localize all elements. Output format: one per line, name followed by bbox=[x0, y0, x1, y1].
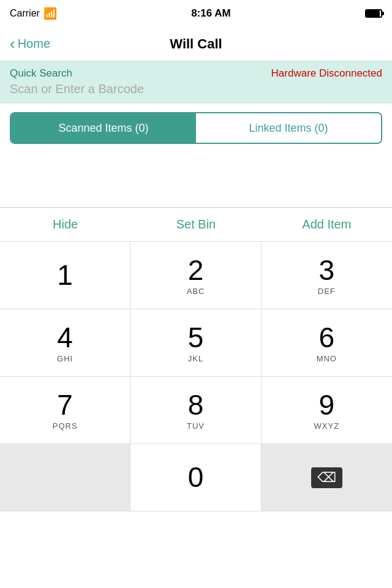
status-bar: Carrier 📶 8:16 AM bbox=[0, 0, 392, 27]
battery-icon bbox=[365, 9, 382, 18]
status-time: 8:16 AM bbox=[191, 7, 231, 20]
back-chevron-icon: ‹ bbox=[10, 36, 15, 51]
key-4[interactable]: 4 GHI bbox=[0, 309, 130, 377]
content-area bbox=[0, 153, 392, 208]
status-carrier: Carrier 📶 bbox=[10, 7, 57, 20]
key-5[interactable]: 5 JKL bbox=[130, 309, 261, 377]
wifi-icon: 📶 bbox=[43, 7, 57, 20]
key-0[interactable]: 0 bbox=[130, 444, 261, 511]
key-6[interactable]: 6 MNO bbox=[262, 309, 392, 377]
status-battery bbox=[365, 9, 382, 18]
tab-scanned-items[interactable]: Scanned Items (0) bbox=[11, 113, 196, 143]
key-2[interactable]: 2 ABC bbox=[130, 242, 261, 309]
back-button[interactable]: ‹ Home bbox=[10, 37, 50, 51]
hardware-status: Hardware Disconnected bbox=[271, 67, 382, 80]
backspace-icon: ⌫ bbox=[311, 467, 342, 488]
quick-search-label: Quick Search bbox=[10, 67, 72, 80]
set-bin-button[interactable]: Set Bin bbox=[130, 208, 261, 241]
nav-bar: ‹ Home Will Call bbox=[0, 27, 392, 61]
quick-search-bar: Quick Search Hardware Disconnected Scan … bbox=[0, 61, 392, 104]
tabs-container: Scanned Items (0) Linked Items (0) bbox=[10, 112, 382, 144]
key-3[interactable]: 3 DEF bbox=[262, 242, 392, 309]
add-item-button[interactable]: Add Item bbox=[262, 208, 392, 241]
key-7[interactable]: 7 PQRS bbox=[0, 377, 130, 444]
back-label: Home bbox=[18, 37, 50, 51]
keypad-grid: 1 2 ABC 3 DEF 4 GHI 5 JKL 6 MNO 7 PQRS 8… bbox=[0, 242, 392, 511]
carrier-label: Carrier bbox=[10, 8, 40, 19]
hide-button[interactable]: Hide bbox=[0, 208, 130, 241]
key-9[interactable]: 9 WXYZ bbox=[262, 377, 392, 444]
key-1[interactable]: 1 bbox=[0, 242, 130, 309]
tab-linked-items[interactable]: Linked Items (0) bbox=[196, 113, 381, 143]
scan-placeholder[interactable]: Scan or Enter a Barcode bbox=[10, 82, 382, 96]
page-title: Will Call bbox=[170, 36, 222, 52]
key-backspace[interactable]: ⌫ bbox=[262, 444, 392, 511]
keypad-toolbar: Hide Set Bin Add Item bbox=[0, 208, 392, 242]
key-8[interactable]: 8 TUV bbox=[130, 377, 261, 444]
key-empty bbox=[0, 444, 130, 511]
quick-search-top: Quick Search Hardware Disconnected bbox=[10, 67, 382, 80]
